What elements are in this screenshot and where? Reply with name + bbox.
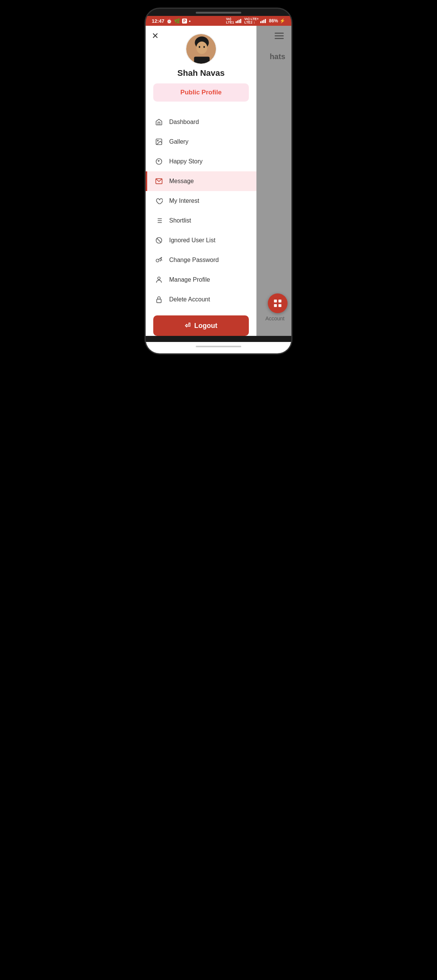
status-dot: •	[189, 18, 191, 24]
svg-point-23	[158, 277, 161, 280]
hamburger-menu[interactable]	[274, 33, 284, 39]
menu-label-change-password: Change Password	[169, 257, 219, 264]
user-name: Shah Navas	[177, 68, 225, 78]
svg-point-11	[158, 140, 159, 142]
svg-rect-1	[278, 299, 281, 302]
list-icon	[155, 216, 163, 225]
battery-label: 86%	[269, 18, 278, 24]
avatar	[185, 33, 217, 64]
menu-item-gallery[interactable]: Gallery	[146, 132, 257, 152]
public-profile-button[interactable]: Public Profile	[153, 83, 249, 102]
status-time: 12:47	[152, 18, 164, 24]
profile-section: Shah Navas Public Profile	[146, 26, 257, 110]
chats-label: hats	[270, 52, 285, 61]
menu-item-ignored-user-list[interactable]: Ignored User List	[146, 231, 257, 250]
notch-bar	[196, 12, 241, 14]
menu-label-message: Message	[169, 178, 194, 185]
svg-rect-9	[194, 56, 209, 64]
fab-button[interactable]	[268, 293, 287, 313]
logout-label: Logout	[194, 322, 217, 330]
svg-rect-0	[274, 299, 277, 302]
menu-label-delete-account: Delete Account	[169, 296, 210, 303]
envelope-icon	[155, 177, 163, 185]
menu-item-happy-story[interactable]: Happy Story	[146, 152, 257, 171]
menu-label-my-interest: My Interest	[169, 197, 199, 204]
menu-item-my-interest[interactable]: My Interest	[146, 191, 257, 211]
logout-button[interactable]: ⏎ Logout	[153, 315, 249, 336]
heart-eye-icon	[155, 158, 163, 165]
menu-item-delete-account[interactable]: Delete Account	[146, 290, 257, 309]
avatar-image	[186, 34, 216, 64]
status-bar: 12:47 ⏰ 🌿 P • Vo)LTE1 Vo) LTE+LTE2 ↕ 86%	[146, 16, 291, 26]
menu-item-change-password[interactable]: Change Password	[146, 250, 257, 270]
menu-item-manage-profile[interactable]: Manage Profile	[146, 270, 257, 290]
carrier1-label: Vo)LTE1	[226, 18, 234, 24]
heart-icon	[155, 197, 163, 205]
svg-point-8	[203, 46, 205, 48]
svg-point-6	[196, 41, 207, 54]
battery-icon: ⚡	[279, 18, 285, 24]
grid-icon	[273, 298, 282, 308]
menu-label-gallery: Gallery	[169, 138, 188, 145]
bottom-bar	[146, 342, 291, 353]
menu-item-shortlist[interactable]: Shortlist	[146, 211, 257, 231]
status-leaf-icon: 🌿	[174, 18, 180, 24]
signal2-bars	[260, 19, 266, 23]
svg-rect-24	[157, 299, 161, 302]
image-icon	[155, 138, 163, 146]
svg-rect-3	[278, 304, 281, 307]
carrier2-label: Vo) LTE+LTE2 ↕	[244, 18, 259, 24]
menu-list: Dashboard Gallery	[146, 110, 257, 312]
menu-label-manage-profile: Manage Profile	[169, 276, 210, 283]
phone-frame: 12:47 ⏰ 🌿 P • Vo)LTE1 Vo) LTE+LTE2 ↕ 86%	[145, 8, 292, 355]
close-button[interactable]: ✕	[152, 31, 159, 41]
menu-label-dashboard: Dashboard	[169, 119, 199, 126]
status-alarm-icon: ⏰	[166, 18, 172, 24]
lock-icon	[155, 295, 163, 304]
person-icon	[155, 275, 163, 284]
logout-icon: ⏎	[185, 321, 190, 330]
status-paytm-icon: P	[182, 19, 187, 24]
menu-label-happy-story: Happy Story	[169, 158, 203, 165]
svg-point-7	[199, 46, 200, 48]
ban-icon	[155, 236, 163, 245]
account-bg-label: Account	[265, 315, 284, 321]
svg-line-21	[157, 238, 161, 243]
signal1-bars	[236, 19, 241, 23]
menu-label-shortlist: Shortlist	[169, 217, 191, 224]
svg-rect-2	[274, 304, 277, 307]
home-icon	[155, 118, 163, 126]
key-icon	[155, 256, 163, 264]
menu-item-dashboard[interactable]: Dashboard	[146, 112, 257, 132]
menu-item-message[interactable]: Message	[146, 171, 257, 191]
bottom-indicator	[196, 346, 241, 347]
menu-label-ignored-user-list: Ignored User List	[169, 237, 215, 244]
